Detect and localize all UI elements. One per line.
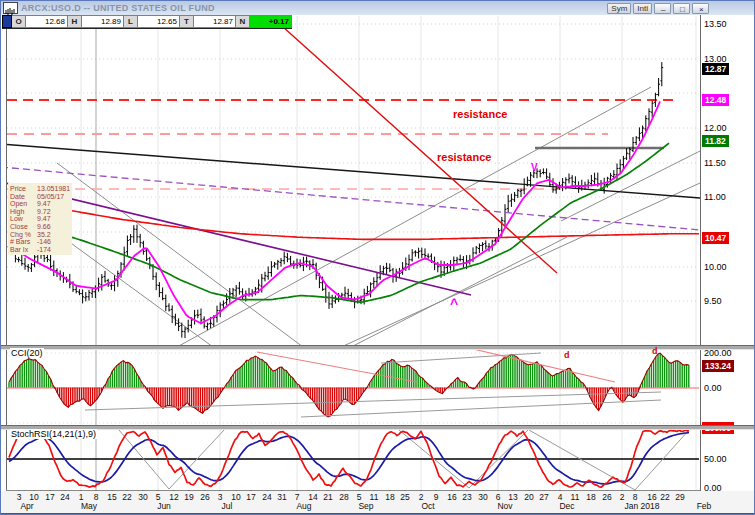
data-window-value: -174 [37, 246, 70, 254]
price-axis-badge: 12.87 [702, 63, 729, 75]
time-axis-day-label: 19 [184, 492, 193, 502]
intl-button[interactable]: Intl [633, 3, 652, 14]
data-window-field: Open [10, 200, 37, 208]
quote-field-label: T [180, 15, 194, 28]
major-trendline [1, 167, 700, 230]
minimize-button[interactable]: – [654, 3, 671, 14]
data-window-row: # Bars-146 [10, 238, 70, 246]
quote-field-label: N [236, 15, 250, 28]
data-window-row: Close9.66 [10, 223, 70, 231]
data-window-value: -146 [37, 238, 70, 246]
close-button[interactable]: × [692, 3, 709, 14]
app-icon [3, 2, 18, 14]
time-axis-day-label: 15 [107, 492, 116, 502]
time-axis-day-label: 30 [138, 492, 147, 502]
stochrsi-panel[interactable] [7, 429, 699, 490]
time-axis-month-label: Apr [20, 501, 33, 511]
price-axis-label: 11.50 [704, 158, 726, 168]
major-trendline [263, 9, 557, 273]
quote-field-value: +0.17 [250, 15, 292, 28]
price-axis-badge: 12.48 [702, 94, 729, 106]
sym-button[interactable]: Sym [607, 3, 631, 14]
price-axis-label: 9.50 [704, 296, 722, 306]
time-axis-month-label: Jul [222, 501, 233, 511]
quote-field-label: H [68, 15, 82, 28]
title-bar: ARCX:USO.D -- UNITED STATES OIL FUND Sym… [1, 1, 754, 15]
data-window: Price13.051981Date05/05/17Open9.47High9.… [8, 183, 72, 255]
time-axis-day-label: 17 [246, 492, 255, 502]
price-axis-badge: 11.82 [702, 135, 729, 147]
window-title: ARCX:USO.D -- UNITED STATES OIL FUND [21, 3, 215, 13]
price-axis-label: 10.00 [704, 262, 727, 272]
data-window-row: High9.72 [10, 208, 70, 216]
time-axis-day-label: 16 [447, 492, 456, 502]
chart-annotation: d [564, 350, 570, 360]
time-axis-day-label: 26 [200, 492, 209, 502]
data-window-field: Date [10, 193, 37, 201]
ma-mid-green [9, 143, 669, 302]
quote-field-label: L [124, 15, 138, 28]
gray-trendline [339, 183, 700, 348]
data-window-value: 9.47 [37, 200, 70, 208]
data-window-field: Close [10, 223, 37, 231]
cci-panel[interactable] [7, 349, 699, 417]
gridlines [7, 16, 699, 490]
data-window-row: Price13.051981 [10, 185, 70, 193]
quote-field-value: 12.65 [138, 15, 180, 28]
price-axis-label: 12.00 [704, 123, 727, 133]
cci-axis-badge: 133.24 [702, 360, 734, 372]
time-axis-day-label: 21 [323, 492, 332, 502]
data-window-field: # Bars [10, 238, 37, 246]
price-panel[interactable] [1, 9, 700, 348]
time-axis-day-label: 26 [602, 492, 611, 502]
time-axis-day-label: 18 [385, 492, 394, 502]
gray-trendline [177, 87, 651, 347]
time-axis-day-label: 31 [277, 492, 286, 502]
chart-annotation: ^ [450, 296, 458, 312]
time-axis-month-label: Jun [157, 501, 171, 511]
price-axis-badge: 10.47 [702, 232, 729, 244]
data-window-value: 13.051981 [37, 185, 70, 193]
stoch-axis-label: 50.00 [704, 454, 727, 464]
time-axis-month-label: Nov [497, 501, 512, 511]
restore-button[interactable]: □ [673, 3, 690, 14]
cci-panel-label: CCI(20) [10, 348, 44, 358]
data-window-row: Low9.47 [10, 215, 70, 223]
time-axis-day-label: 24 [262, 492, 271, 502]
time-axis-day-label: 17 [45, 492, 54, 502]
chart-window: ARCX:USO.D -- UNITED STATES OIL FUND Sym… [0, 0, 755, 515]
data-window-field: Chg % [10, 231, 37, 239]
quote-bar: O12.68H12.89L12.65T12.87N+0.17 [2, 15, 292, 29]
chart-annotation: d [652, 346, 658, 356]
chart-svg[interactable] [1, 1, 755, 515]
data-window-row: Chg %35.2 [10, 231, 70, 239]
time-axis-day-label: 10 [231, 492, 240, 502]
panel-splitter-stoch[interactable] [1, 425, 755, 430]
data-window-row: Bar Ix-174 [10, 246, 70, 254]
time-axis-day-label: 29 [675, 492, 684, 502]
time-axis-month-label: Oct [421, 501, 434, 511]
data-window-field: Low [10, 215, 37, 223]
quote-field-value: 12.87 [194, 15, 236, 28]
time-axis: 3101724181522305121926310172431714212851… [1, 491, 755, 513]
time-axis-day-label: 30 [478, 492, 487, 502]
data-window-value: 35.2 [37, 231, 70, 239]
panel-splitter-cci[interactable] [1, 345, 755, 350]
time-axis-month-label: May [81, 501, 97, 511]
cci-envelope [9, 353, 689, 417]
data-window-value: 9.66 [37, 223, 70, 231]
quote-field-value: 12.89 [82, 15, 124, 28]
data-window-row: Date05/05/17 [10, 193, 70, 201]
time-axis-day-label: 27 [539, 492, 548, 502]
data-window-field: Bar Ix [10, 246, 37, 254]
time-axis-day-label: 20 [524, 492, 533, 502]
quote-field-value: 12.68 [26, 15, 68, 28]
time-axis-month-label: Sep [358, 501, 373, 511]
cci-axis-label: 0.00 [704, 383, 722, 393]
time-axis-day-label: 24 [60, 492, 69, 502]
data-window-field: High [10, 208, 37, 216]
chart-annotation: V [531, 162, 538, 173]
price-axis-label: 11.00 [704, 192, 726, 202]
major-trendline [1, 144, 700, 198]
time-axis-month-label: Dec [559, 501, 574, 511]
